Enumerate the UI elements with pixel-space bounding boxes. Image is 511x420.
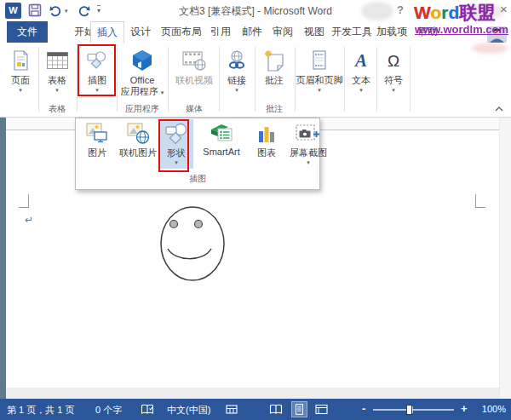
office-apps-label-line2: 应用程序 ▾ [118, 86, 167, 97]
group-label-table: 表格 [39, 103, 75, 115]
zoom-out-button[interactable]: - [362, 402, 365, 415]
tab-mailings[interactable]: 邮件 [238, 21, 267, 43]
paragraph-mark: ↵ [25, 214, 33, 226]
pages-icon [3, 46, 37, 75]
read-mode-view-icon[interactable] [269, 404, 283, 415]
quick-access-more-icon[interactable]: ▾ [97, 5, 100, 14]
text-button[interactable]: A 文本 ▾ [346, 46, 376, 94]
watermark-url: www.wordlm.com [415, 23, 508, 36]
language-status[interactable]: 中文(中国) [167, 404, 210, 417]
watermark-logo: Word联盟 [414, 1, 495, 25]
watermark-logo-letter: W [414, 3, 430, 22]
window-title: 文档3 [兼容模式] - Microsoft Word [128, 4, 383, 19]
smiley-face-shape[interactable] [154, 204, 231, 285]
zoom-slider-center-tick [412, 406, 413, 413]
picture-icon [79, 121, 115, 147]
zoom-slider-thumb[interactable] [406, 405, 412, 415]
smartart-menu-item[interactable]: SmartArt [193, 121, 250, 157]
office-apps-label-line1: Office [118, 75, 167, 86]
smartart-label: SmartArt [193, 147, 250, 157]
zoom-slider-track[interactable] [373, 409, 454, 411]
word-app-icon: W [5, 3, 21, 19]
watermark-figure [361, 2, 393, 20]
office-apps-icon [118, 46, 167, 75]
smartart-icon [193, 121, 250, 147]
flyout-group-label: 插图 [76, 173, 319, 185]
ribbon: 页面 ▾ 表格 ▾ [0, 43, 511, 118]
online-pictures-menu-item[interactable]: 联机图片 [115, 121, 161, 159]
table-label: 表格 [39, 75, 75, 86]
smiley-left-eye [170, 221, 178, 228]
symbol-label: 符号 [378, 75, 409, 86]
word-window: W ▾ ▾ 文档3 [兼容模式] - Microsoft Word ? × 文件… [0, 0, 511, 420]
dropdown-arrow-icon: ▾ [161, 89, 164, 95]
symbol-button[interactable]: Ω 符号 ▾ [378, 46, 409, 94]
chart-label: 图表 [250, 147, 284, 159]
comment-button[interactable]: 批注 [256, 46, 293, 86]
header-footer-icon [296, 46, 343, 75]
undo-icon[interactable] [49, 3, 63, 18]
illustrations-flyout: 图片 联机图片 [75, 118, 320, 190]
tab-review[interactable]: 审阅 [268, 21, 297, 43]
redo-icon[interactable] [77, 3, 91, 18]
tab-page-layout[interactable]: 页面布局 [158, 21, 204, 43]
dropdown-arrow-icon: ▾ [284, 159, 333, 166]
web-layout-view-icon[interactable] [315, 404, 328, 415]
online-video-button[interactable]: 联机视频 [170, 46, 218, 86]
table-button[interactable]: 表格 ▾ [39, 46, 75, 94]
group-label-media: 媒体 [170, 103, 218, 115]
screenshot-label: 屏幕截图 [284, 147, 333, 159]
word-count[interactable]: 0 个字 [95, 404, 122, 417]
tab-developer[interactable]: 开发工具 [331, 21, 372, 43]
tab-references[interactable]: 引用 [206, 21, 235, 43]
online-video-label: 联机视频 [170, 75, 218, 86]
links-label: 链接 [220, 75, 254, 86]
screenshot-icon [284, 121, 333, 147]
collapse-ribbon-icon[interactable] [494, 106, 504, 112]
proofing-icon[interactable] [141, 404, 154, 415]
symbol-icon: Ω [378, 46, 409, 75]
macro-record-icon[interactable] [226, 404, 238, 415]
dropdown-arrow-icon: ▾ [346, 86, 376, 94]
watermark-figure [472, 43, 508, 54]
picture-menu-item[interactable]: 图片 [79, 121, 115, 159]
header-footer-button[interactable]: 页眉和页脚 ▾ [296, 46, 343, 94]
tab-file[interactable]: 文件 [7, 21, 48, 43]
help-icon[interactable]: ? [397, 3, 404, 16]
zoom-level[interactable]: 100% [475, 404, 506, 414]
watermark-logo-letter: d [448, 3, 459, 22]
online-pictures-label: 联机图片 [115, 147, 161, 159]
page-info[interactable]: 第 1 页，共 1 页 [7, 404, 74, 417]
office-apps-button[interactable]: Office 应用程序 ▾ [118, 46, 167, 97]
undo-dropdown-icon[interactable]: ▾ [65, 8, 68, 14]
online-pictures-icon [115, 121, 161, 147]
dropdown-arrow-icon: ▾ [378, 86, 409, 94]
document-bottom-strip [6, 388, 499, 399]
tab-addins[interactable]: 加载项 [374, 21, 410, 43]
dropdown-arrow-icon: ▾ [220, 86, 254, 94]
annotation-box-illustrations [78, 44, 116, 96]
smiley-right-eye [195, 221, 203, 228]
pages-button[interactable]: 页面 ▾ [3, 46, 37, 94]
dropdown-arrow-icon: ▾ [296, 86, 343, 94]
group-divider [376, 47, 377, 112]
dropdown-arrow-icon: ▾ [3, 86, 37, 94]
group-divider [168, 47, 169, 112]
vertical-scrollbar[interactable] [499, 118, 511, 399]
watermark-logo-letter: o [430, 3, 441, 22]
print-layout-view-icon[interactable] [291, 401, 307, 417]
links-icon [220, 46, 254, 75]
save-icon[interactable] [28, 3, 42, 17]
chart-menu-item[interactable]: 图表 [250, 121, 284, 159]
dropdown-arrow-icon: ▾ [39, 86, 75, 94]
zoom-in-button[interactable]: + [461, 402, 468, 415]
tab-insert[interactable]: 插入 [90, 21, 124, 43]
group-label-apps: 应用程序 [118, 103, 167, 115]
document-left-margin-strip [0, 118, 6, 399]
annotation-box-shapes [158, 119, 189, 172]
comment-icon [256, 46, 293, 75]
links-button[interactable]: 链接 ▾ [220, 46, 254, 94]
tab-design[interactable]: 设计 [126, 21, 155, 43]
screenshot-menu-item[interactable]: 屏幕截图 ▾ [284, 121, 333, 166]
tab-view[interactable]: 视图 [300, 21, 329, 43]
